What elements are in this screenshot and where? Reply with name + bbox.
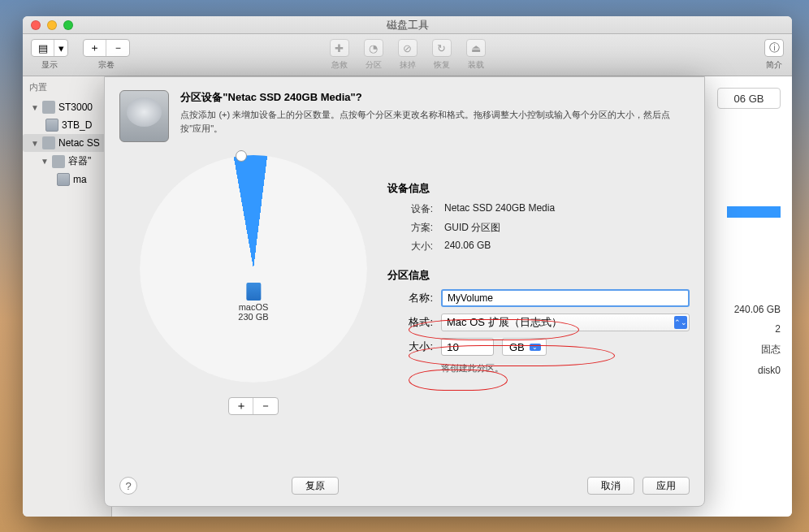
info-group: ⓘ 简介	[764, 39, 784, 71]
device-info-header: 设备信息	[387, 181, 690, 196]
format-row: 格式: Mac OS 扩展（日志式） ⌃⌄	[387, 314, 690, 331]
bg-info-rows: 240.06 GB 2 固态 disk0	[734, 304, 781, 376]
volume-add-button[interactable]: ＋	[84, 40, 106, 56]
device-size: 240.06 GB	[444, 240, 491, 253]
device-name: Netac SSD 240GB Media	[444, 202, 555, 216]
view-group: ▤ ▾ 显示	[31, 39, 68, 71]
sidebar-item-netac[interactable]: ▼Netac SS	[23, 134, 111, 152]
unit-select[interactable]: GB ⌄	[502, 338, 547, 356]
sidebar: 内置 ▼ST3000 3TB_D ▼Netac SS ▼容器" ma	[23, 76, 112, 517]
remove-partition-button[interactable]: －	[253, 398, 278, 414]
add-remove: ＋ －	[228, 397, 279, 415]
pie-wrap: macOS 230 GB ＋ －	[119, 155, 387, 415]
form: 设备信息 设备:Netac SSD 240GB Media 方案:GUID 分区…	[387, 155, 690, 415]
info-icon[interactable]: ⓘ	[764, 39, 784, 57]
sidebar-header: 内置	[23, 76, 111, 98]
format-select[interactable]: Mac OS 扩展（日志式） ⌃⌄	[441, 314, 690, 331]
revert-button[interactable]: 复原	[292, 477, 339, 495]
sidebar-item-container[interactable]: ▼容器"	[23, 152, 111, 171]
partition-info-header: 分区信息	[387, 268, 690, 283]
window-title: 磁盘工具	[387, 18, 429, 32]
mount-button[interactable]: ⏏装载	[466, 39, 486, 71]
cancel-button[interactable]: 取消	[587, 477, 634, 495]
restore-button[interactable]: ↻恢复	[432, 39, 452, 71]
sidebar-item-macos[interactable]: ma	[23, 171, 111, 188]
partition-name-input[interactable]	[441, 289, 690, 307]
sheet-title: 分区设备"Netac SSD 240GB Media"?	[180, 90, 690, 105]
sidebar-item-disk0[interactable]: ▼ST3000	[23, 98, 111, 116]
sheet-header: 分区设备"Netac SSD 240GB Media"? 点按添加 (+) 来增…	[105, 77, 704, 147]
partition-button[interactable]: ◔分区	[364, 39, 383, 71]
chevron-up-down-icon: ⌃⌄	[674, 316, 687, 329]
titlebar: 磁盘工具	[23, 16, 792, 34]
usage-bar	[727, 206, 781, 218]
volume-remove-button[interactable]: －	[106, 40, 129, 56]
macos-icon	[246, 283, 261, 301]
window: 磁盘工具 ▤ ▾ 显示 ＋ － 宗卷 ✚急救 ◔分区 ⊘抹掉 ↻恢复 ⏏装载 ⓘ…	[23, 16, 792, 517]
toolbar-center: ✚急救 ◔分区 ⊘抹掉 ↻恢复 ⏏装载	[330, 39, 486, 71]
close-button[interactable]	[31, 20, 41, 30]
size-row: 大小: GB ⌄	[387, 338, 690, 356]
view-label: 显示	[41, 59, 58, 71]
partition-pie[interactable]: macOS 230 GB	[140, 155, 367, 383]
sidebar-view-button[interactable]: ▤	[32, 40, 54, 56]
size-pill: 06 GB	[717, 88, 781, 109]
chevron-up-down-icon: ⌄	[530, 344, 541, 351]
pie-handle[interactable]	[236, 150, 247, 162]
volume-group: ＋ － 宗卷	[83, 39, 130, 71]
drive-icon	[119, 90, 169, 142]
info-label: 简介	[766, 59, 782, 71]
sheet-footer: ? 复原 取消 应用	[119, 477, 690, 495]
volume-label: 宗卷	[98, 59, 115, 71]
sheet-subtitle: 点按添加 (+) 来增加设备上的分区数量。点按每个分区来更改名称和格式。拖移调整…	[180, 108, 690, 135]
help-button[interactable]: ?	[119, 477, 137, 495]
sidebar-view-menu[interactable]: ▾	[54, 40, 67, 56]
firstaid-button[interactable]: ✚急救	[330, 39, 349, 71]
name-row: 名称:	[387, 289, 690, 307]
zoom-button[interactable]	[63, 20, 73, 30]
toolbar: ▤ ▾ 显示 ＋ － 宗卷 ✚急救 ◔分区 ⊘抹掉 ↻恢复 ⏏装载 ⓘ 简介	[23, 34, 792, 76]
apply-button[interactable]: 应用	[642, 477, 690, 495]
sidebar-item-3tb[interactable]: 3TB_D	[23, 116, 111, 134]
scheme-value: GUID 分区图	[444, 221, 500, 235]
traffic-lights	[31, 20, 73, 30]
sheet-body: macOS 230 GB ＋ － 设备信息 设备:Netac SSD 240GB…	[105, 147, 704, 423]
partition-size-input[interactable]	[441, 338, 494, 356]
add-partition-button[interactable]: ＋	[229, 398, 253, 414]
hint-text: 将创建此分区。	[441, 362, 690, 374]
minimize-button[interactable]	[47, 20, 57, 30]
erase-button[interactable]: ⊘抹掉	[398, 39, 417, 71]
pie-label: macOS 230 GB	[238, 283, 268, 322]
partition-sheet: 分区设备"Netac SSD 240GB Media"? 点按添加 (+) 来增…	[104, 76, 705, 507]
